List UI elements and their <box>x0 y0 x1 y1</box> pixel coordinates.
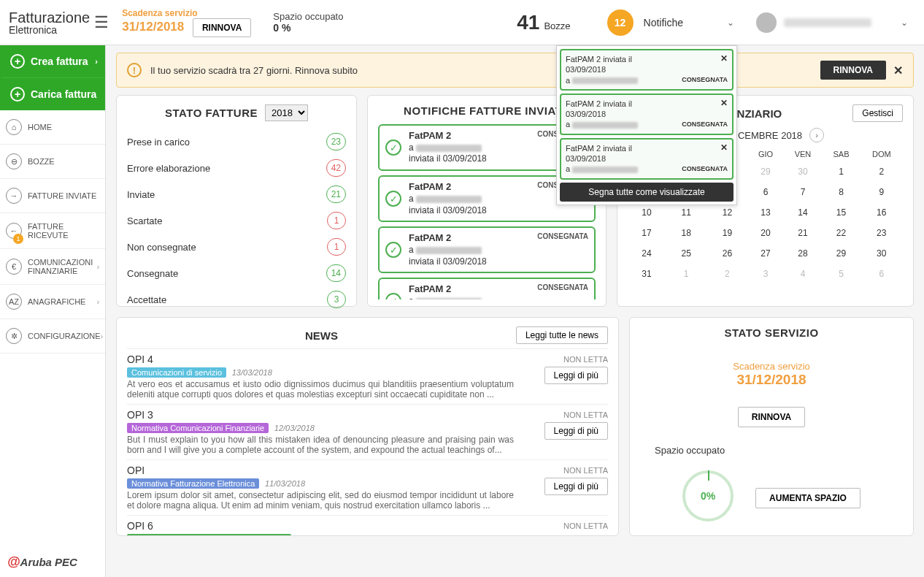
stato-row-count: 1 <box>327 238 346 256</box>
spazio-block: Spazio occupato 0 % <box>273 11 343 34</box>
calendar-day[interactable]: 2 <box>861 161 903 182</box>
sidebar-item[interactable]: ←FATTURE RICEVUTE1 <box>0 213 105 249</box>
news-item: OPI Normativa Fatturazione Elettronica 1… <box>127 459 608 515</box>
sidebar-item[interactable]: ✲CONFIGURAZIONE› <box>0 319 105 354</box>
calendar-day[interactable]: 1 <box>666 264 707 284</box>
calendar-day[interactable]: 11 <box>666 202 707 223</box>
sidebar-item-label: HOME <box>28 123 52 131</box>
calendar-day[interactable]: 31 <box>628 264 666 284</box>
ss-rinnova-button[interactable]: RINNOVA <box>738 407 805 427</box>
leggi-di-piu-button[interactable]: Leggi di più <box>544 422 608 440</box>
invoice-notification[interactable]: ✓FatPAM 2a inviata il 03/09/2018CONSEGNA… <box>378 278 596 299</box>
calendar-day[interactable]: 18 <box>666 223 707 243</box>
stato-row-label: Inviate <box>127 189 326 200</box>
bozze-block[interactable]: 41 Bozze <box>517 11 570 34</box>
user-menu[interactable]: ⌄ <box>749 12 915 33</box>
calendar-day[interactable]: 29 <box>748 161 784 182</box>
carica-fattura-button[interactable]: + Carica fattura <box>0 78 105 110</box>
calendar-day[interactable]: 15 <box>823 202 861 223</box>
stato-row-count: 1 <box>327 212 346 229</box>
calendar-day[interactable]: 5 <box>823 264 861 284</box>
calendar-day[interactable]: 23 <box>861 223 903 243</box>
invoice-notification[interactable]: ✓FatPAM 2a inviata il 03/09/2018CONSEGNA… <box>378 226 596 273</box>
stato-row-count: 23 <box>326 133 346 150</box>
calendar-day[interactable]: 24 <box>628 243 666 264</box>
next-month-button[interactable]: › <box>809 128 824 142</box>
close-icon[interactable]: ✕ <box>893 64 903 77</box>
calendar-day[interactable]: 3 <box>748 264 784 284</box>
notifications-button[interactable]: 12 Notifiche ⌄ <box>593 9 749 36</box>
sidebar-item-label: FATTURE INVIATE <box>28 191 96 200</box>
stato-row[interactable]: Consegnate14 <box>127 260 346 286</box>
app-logo: FatturazioneElettronica <box>9 10 90 35</box>
stato-fatture-card: STATO FATTURE 2018 Prese in carico23Erro… <box>116 95 357 307</box>
dropdown-notification[interactable]: ✕FatPAM 2 inviata il03/09/2018a CONSEGNA… <box>560 93 734 135</box>
sidebar-item[interactable]: AZANAGRAFICHE› <box>0 285 105 319</box>
sidebar-item[interactable]: ⌂HOME <box>0 110 105 145</box>
stato-row[interactable]: Non consegnate1 <box>127 234 346 260</box>
calendar-day[interactable]: 21 <box>783 223 822 243</box>
news-date: 10/03/2018 <box>297 535 337 536</box>
badge: 1 <box>13 234 23 244</box>
rinnova-button[interactable]: RINNOVA <box>193 18 251 37</box>
calendar-day[interactable]: 28 <box>783 243 822 264</box>
check-icon: ✓ <box>385 293 401 299</box>
crea-fattura-button[interactable]: + Crea fattura › <box>0 45 105 78</box>
calendar-day[interactable]: 6 <box>748 182 784 202</box>
stato-row[interactable]: Scartate1 <box>127 207 346 234</box>
calendar-day[interactable]: 13 <box>748 202 784 223</box>
aumenta-spazio-button[interactable]: AUMENTA SPAZIO <box>755 488 861 508</box>
leggi-di-piu-button[interactable]: Leggi di più <box>544 478 608 495</box>
sidebar-item-label: CONFIGURAZIONE <box>28 332 101 340</box>
calendar-day[interactable]: 12 <box>707 202 747 223</box>
calendar-day[interactable]: 17 <box>628 223 666 243</box>
leggi-tutte-button[interactable]: Leggi tutte le news <box>516 326 608 344</box>
calendar-day[interactable]: 14 <box>783 202 822 223</box>
sidebar-item[interactable]: →FATTURE INVIATE <box>0 179 105 213</box>
banner-rinnova-button[interactable]: RINNOVA <box>820 61 886 80</box>
calendar-day[interactable]: 19 <box>707 223 747 243</box>
calendar-day[interactable]: 10 <box>628 202 666 223</box>
calendar-day[interactable]: 6 <box>861 264 903 284</box>
calendar-day[interactable]: 7 <box>783 182 822 202</box>
calendar-day[interactable]: 2 <box>707 264 747 284</box>
stato-row[interactable]: Prese in carico23 <box>127 129 346 155</box>
close-icon[interactable]: ✕ <box>720 53 728 65</box>
stato-row-count: 3 <box>327 291 346 308</box>
stato-row[interactable]: Inviate21 <box>127 181 346 207</box>
stato-row[interactable]: Errore elaborazione42 <box>127 155 346 181</box>
calendar-day[interactable]: 26 <box>707 243 747 264</box>
stato-row-label: Scartate <box>127 215 327 226</box>
sidebar-item[interactable]: €COMUNICAZIONI FINANZIARIE› <box>0 249 105 285</box>
calendar-day[interactable]: 22 <box>823 223 861 243</box>
calendar-day[interactable]: 30 <box>861 243 903 264</box>
notification-count-badge: 12 <box>607 9 634 36</box>
calendar-day[interactable]: 4 <box>783 264 822 284</box>
sidebar-item-label: ANAGRAFICHE <box>28 297 85 306</box>
leggi-di-piu-button[interactable]: Leggi di più <box>544 367 608 384</box>
calendar-day[interactable]: 30 <box>783 161 822 182</box>
dropdown-notification[interactable]: ✕FatPAM 2 inviata il03/09/2018a CONSEGNA… <box>560 138 734 180</box>
close-icon[interactable]: ✕ <box>720 142 728 154</box>
calendar-day[interactable]: 16 <box>861 202 903 223</box>
calendar-day[interactable]: 9 <box>861 182 903 202</box>
sidebar-item[interactable]: ⊖BOZZE <box>0 145 105 179</box>
calendar-day[interactable]: 29 <box>823 243 861 264</box>
calendar-day[interactable]: 1 <box>823 161 861 182</box>
mark-all-read-button[interactable]: Segna tutte come visualizzate <box>560 183 734 202</box>
calendar-day[interactable]: 20 <box>748 223 784 243</box>
stato-row[interactable]: Accettate3 <box>127 286 346 313</box>
news-body: At vero eos et accusamus et iusto odio d… <box>127 379 514 400</box>
menu-toggle-icon[interactable]: ☰ <box>94 13 109 32</box>
dropdown-notification[interactable]: ✕FatPAM 2 inviata il03/09/2018a CONSEGNA… <box>560 49 734 91</box>
calendar-day[interactable]: 8 <box>823 182 861 202</box>
stato-servizio-title: STATO SERVIZIO <box>724 326 818 339</box>
calendar-day[interactable]: 27 <box>748 243 784 264</box>
news-date: 12/03/2018 <box>274 424 315 432</box>
sidebar: + Crea fattura › + Carica fattura ⌂HOME⊖… <box>0 45 106 577</box>
close-icon[interactable]: ✕ <box>720 98 728 110</box>
warning-icon: ! <box>127 63 142 77</box>
year-select[interactable]: 2018 <box>265 104 308 121</box>
gestisci-button[interactable]: Gestisci <box>852 104 903 122</box>
calendar-day[interactable]: 25 <box>666 243 707 264</box>
